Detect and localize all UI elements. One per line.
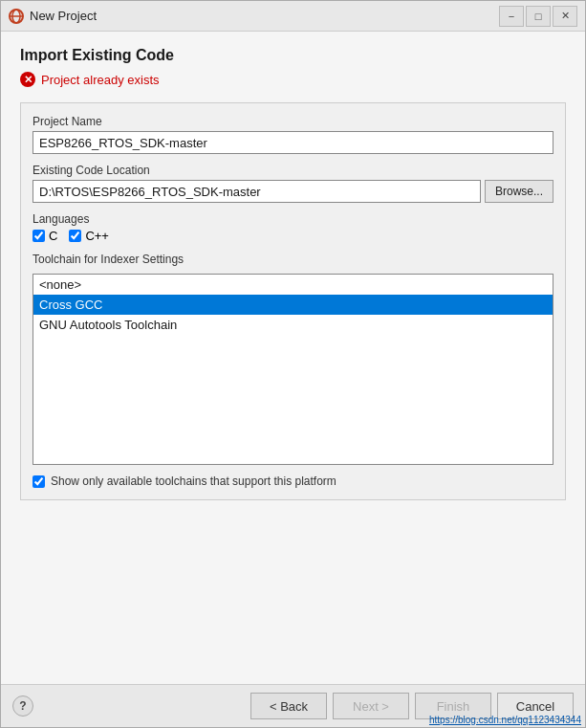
next-button[interactable]: Next > [333, 693, 409, 719]
form-section: Project Name Existing Code Location Brow… [20, 102, 566, 500]
lang-cpp-checkbox[interactable]: C++ [69, 229, 109, 243]
location-label: Existing Code Location [33, 164, 553, 177]
help-button[interactable]: ? [12, 695, 33, 717]
platform-checkbox[interactable]: Show only available toolchains that supp… [33, 474, 553, 488]
dialog-window: New Project − □ ✕ Import Existing Code ✕… [0, 0, 586, 728]
close-button[interactable]: ✕ [553, 6, 577, 27]
dialog-content: Import Existing Code ✕ Project already e… [1, 32, 585, 684]
project-name-label: Project Name [33, 115, 553, 128]
languages-label: Languages [33, 212, 553, 226]
lang-cpp-label: C++ [85, 229, 109, 243]
lang-c-input[interactable] [33, 230, 45, 242]
platform-checkbox-input[interactable] [33, 475, 45, 488]
project-name-field: Project Name [33, 115, 553, 154]
lang-c-label: C [49, 229, 57, 243]
titlebar: New Project − □ ✕ [1, 1, 585, 32]
toolchain-list[interactable]: <none> Cross GCC GNU Autotools Toolchain [33, 274, 553, 465]
toolchain-item-cross-gcc[interactable]: Cross GCC [33, 295, 553, 315]
watermark: https://blog.csdn.net/qq1123434344 [429, 715, 581, 725]
app-icon [9, 9, 24, 24]
window-controls: − □ ✕ [499, 6, 577, 27]
error-row: ✕ Project already exists [20, 72, 566, 87]
error-icon: ✕ [20, 72, 35, 87]
lang-cpp-input[interactable] [69, 230, 81, 242]
toolchain-section: Toolchain for Indexer Settings <none> Cr… [33, 253, 553, 488]
platform-checkbox-label: Show only available toolchains that supp… [51, 474, 336, 488]
languages-field: Languages C C++ [33, 212, 553, 243]
back-button[interactable]: < Back [250, 693, 327, 719]
minimize-button[interactable]: − [499, 6, 524, 27]
location-input[interactable] [33, 180, 481, 203]
maximize-button[interactable]: □ [526, 6, 551, 27]
toolchain-item-none[interactable]: <none> [33, 275, 553, 295]
error-message: Project already exists [41, 73, 160, 87]
location-field: Existing Code Location Browse... [33, 164, 553, 203]
toolchain-item-gnu-autotools[interactable]: GNU Autotools Toolchain [33, 315, 553, 335]
location-row: Browse... [33, 180, 553, 203]
lang-c-checkbox[interactable]: C [33, 229, 57, 243]
toolchain-label: Toolchain for Indexer Settings [33, 253, 553, 266]
page-title: Import Existing Code [20, 47, 566, 64]
window-title: New Project [30, 9, 499, 23]
dialog-footer: ? < Back Next > Finish Cancel https://bl… [1, 684, 585, 727]
languages-row: C C++ [33, 229, 553, 243]
project-name-input[interactable] [33, 131, 553, 154]
browse-button[interactable]: Browse... [485, 180, 553, 203]
